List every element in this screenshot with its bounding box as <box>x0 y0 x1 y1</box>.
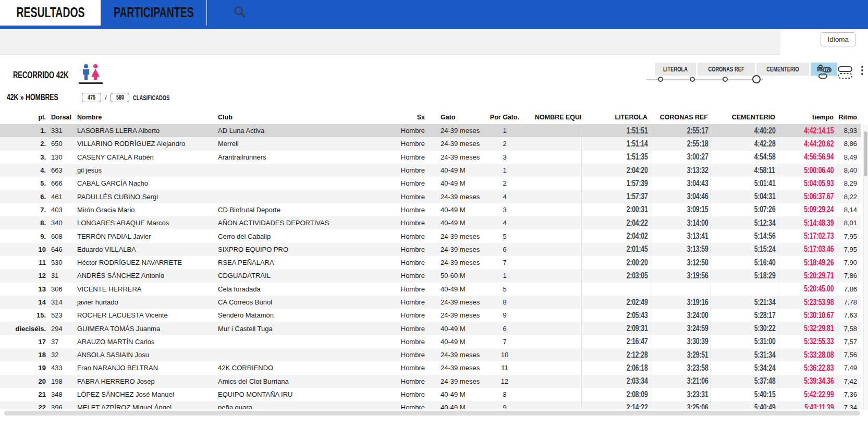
table-row[interactable]: 21348LÓPEZ SÁNCHEZ José ManuelEQUIPO MON… <box>0 388 861 401</box>
table-row[interactable]: 1.331LASOBRAS LLERA AlbertoAD Luna Activ… <box>0 124 861 137</box>
cell-dorsal: 461 <box>46 190 77 203</box>
checkpoint-coronas-ref-button[interactable]: CORONAS REF <box>698 63 755 76</box>
col-header-gato[interactable]: Gato <box>426 111 489 124</box>
table-row[interactable]: 3.130CASENY CATALA RubénArantrailrunners… <box>0 151 861 164</box>
cell-ritmo: 7,78 <box>838 296 861 309</box>
language-button[interactable]: Idioma <box>821 32 855 46</box>
table-row[interactable]: dieciséis.294GUIMERA TOMÁS JuanmaMur i C… <box>0 322 861 335</box>
rows-icon[interactable] <box>837 66 854 81</box>
cell-club <box>218 190 391 203</box>
cell-ritmo: 7,42 <box>838 375 861 388</box>
race-label: 42K <box>7 92 18 102</box>
cell-nombre: LÓPEZ SÁNCHEZ José Manuel <box>77 388 218 401</box>
col-header-sx[interactable]: Sx <box>391 111 426 124</box>
table-row[interactable]: 20198FABRA HERRERO JosepAmics del Clot B… <box>0 375 861 388</box>
slider-marker-coronas-ref[interactable] <box>690 77 695 82</box>
cell-sx: Hombre <box>391 243 426 256</box>
connections-icon[interactable] <box>817 64 832 82</box>
col-header-coronas-ref[interactable]: CORONAS REF <box>651 111 711 124</box>
col-header-tiempo[interactable]: tiempo <box>778 111 838 124</box>
cell-coronas-ref: 2:55:18 <box>651 137 711 150</box>
cell-por-gato: 10 <box>489 348 520 361</box>
search-tab[interactable] <box>207 0 272 26</box>
cell-literola: 1:57:39 <box>581 177 651 190</box>
table-row[interactable]: 4.663gil jesusHombre40-49 M12:04:203:13:… <box>0 164 861 177</box>
cell-coronas-ref: 3:24:00 <box>651 309 711 322</box>
slider-marker-cementerio[interactable] <box>723 77 728 82</box>
col-header-pl[interactable]: pl. <box>4 111 46 124</box>
cell-gato: 24-39 meses <box>426 348 489 361</box>
checkpoint-cementerio-button[interactable]: CEMENTERIO <box>756 63 809 76</box>
cell-por-gato: 6 <box>489 322 520 335</box>
table-row[interactable]: 15.523ROCHER LACUESTA VicenteSendero Mat… <box>0 309 861 322</box>
tab-resultados[interactable]: RESULTADOS <box>0 0 101 26</box>
chevrons: » <box>20 92 24 102</box>
col-header-nombre[interactable]: Nombre <box>77 111 218 124</box>
table-row[interactable]: 10646Eduardo VILLALBASIXPRO EQUIPO PROHo… <box>0 243 861 256</box>
table-row[interactable]: 22396MELET AZPÍROZ Miguel Ángelpeña guar… <box>0 401 861 409</box>
cell-cementerio: 4:40:20 <box>711 124 778 137</box>
cell-ritmo: 8,14 <box>838 203 861 216</box>
kebab-menu-icon[interactable] <box>861 66 863 75</box>
col-header-ritmo[interactable]: Ritmo <box>838 111 861 124</box>
table-row[interactable]: 19433Fran NARANJO BELTRAN42K CORRIENDOHo… <box>0 361 861 374</box>
slider-marker-literola[interactable] <box>658 77 663 82</box>
table-row[interactable]: 1737ARAUZO MARTÍN CarlosHombre40-49 M72:… <box>0 335 861 348</box>
cell-por-gato: 8 <box>489 296 520 309</box>
cell-nombre: ARAUZO MARTÍN Carlos <box>77 335 218 348</box>
tab-participantes[interactable]: PARTICIPANTES <box>101 0 207 26</box>
checkpoint-buttons: LITEROLA CORONAS REF CEMENTERIO META <box>655 63 837 76</box>
table-row[interactable]: 5.666CABAL GARCÍA NachoHombre40-49 M21:5… <box>0 177 861 190</box>
cell-gato: 40-49 M <box>426 322 489 335</box>
cell-pl: 13 <box>4 283 46 296</box>
table-row[interactable]: 11530Héctor RODRÍGUEZ NAVARRETERSEA PEÑA… <box>0 256 861 269</box>
slider-thumb-meta[interactable] <box>752 75 761 83</box>
table-row[interactable]: 8.340LONGARES ARAQUE MarcosAÑON ACTIVIDA… <box>0 216 861 229</box>
cell-cementerio: 5:28:17 <box>711 309 778 322</box>
cell-por-gato: 2 <box>489 177 520 190</box>
table-row[interactable]: 7.403Mirón Gracia MarioCD Biofrutal Depo… <box>0 203 861 216</box>
cell-pl: 4. <box>4 164 46 177</box>
cell-pl: 1. <box>4 124 46 137</box>
cell-nombre-equipo <box>520 283 581 296</box>
cell-nombre: ANSOLA SASIAIN Josu <box>77 348 218 361</box>
cell-coronas-ref: 3:21:06 <box>651 375 711 388</box>
table-row[interactable]: 1231ANDRÉS SÁNCHEZ AntonioCDGUADATRAILHo… <box>0 269 861 282</box>
cell-pl: 9. <box>4 229 46 242</box>
cell-pl: 5. <box>4 177 46 190</box>
cell-nombre-equipo <box>520 256 581 269</box>
cell-por-gato: 7 <box>489 335 520 348</box>
col-header-literola[interactable]: LITEROLA <box>581 111 651 124</box>
cell-coronas-ref: 3:19:16 <box>651 296 711 309</box>
horizontal-scrollbar[interactable] <box>4 411 860 416</box>
table-row[interactable]: 9.608TERRÓN PADIAL JavierCerro del Cabal… <box>0 229 861 242</box>
men-women-icon[interactable] <box>80 63 103 81</box>
checkpoint-slider-track[interactable] <box>646 79 763 80</box>
cell-coronas-ref: 3:14:00 <box>651 216 711 229</box>
col-header-club[interactable]: Club <box>218 111 391 124</box>
col-header-por-gato[interactable]: Por Gato. <box>489 111 520 124</box>
col-header-dorsal[interactable]: Dorsal <box>46 111 77 124</box>
cell-sx: Hombre <box>391 256 426 269</box>
cell-tiempo: 5:17:03.46 <box>778 243 838 256</box>
table-row[interactable]: 6.461PADULLÉS CUBINO SergiHombre24-39 me… <box>0 190 861 203</box>
cell-tiempo: 5:04:05.93 <box>778 177 838 190</box>
cell-literola: 1:57:37 <box>581 190 651 203</box>
table-row[interactable]: 2.650VILLARINO RODRÍGUEZ AlejandroMerrel… <box>0 137 861 150</box>
vertical-scrollbar-thumb[interactable] <box>864 131 867 176</box>
col-header-cementerio[interactable]: CEMENTERIO <box>711 111 778 124</box>
table-row[interactable]: 1832ANSOLA SASIAIN JosuHombre24-39 meses… <box>0 348 861 361</box>
search-icon <box>233 5 246 20</box>
checkpoint-literola-button[interactable]: LITEROLA <box>655 63 696 76</box>
cell-coronas-ref: 3:23:58 <box>651 361 711 374</box>
cell-nombre: ROCHER LACUESTA Vicente <box>77 309 218 322</box>
cell-tiempo: 5:30:10.67 <box>778 309 838 322</box>
cell-literola: 2:00:31 <box>581 203 651 216</box>
col-header-nombre-equipo[interactable]: NOMBRE EQUIPO <box>520 111 581 124</box>
cell-literola: 2:04:22 <box>581 216 651 229</box>
cell-club: peña guara <box>218 401 391 409</box>
table-row[interactable]: 13306VICENTE HERRERACela foradadaHombre4… <box>0 283 861 296</box>
table-row[interactable]: 14314javier hurtadoCA Correos BuñolHombr… <box>0 296 861 309</box>
cell-gato: 40-49 M <box>426 203 489 216</box>
cell-coronas-ref: 3:23:31 <box>651 388 711 401</box>
